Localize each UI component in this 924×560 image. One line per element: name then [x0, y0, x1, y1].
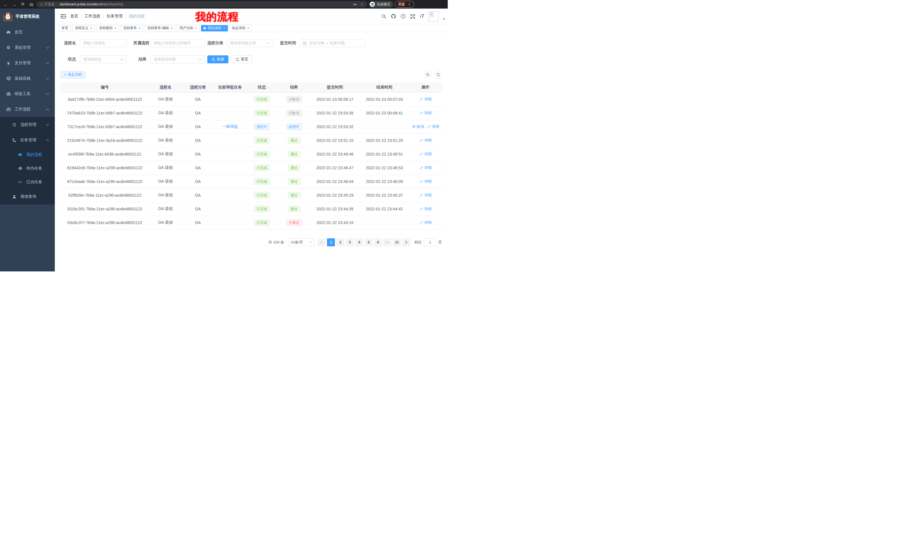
eye-icon [18, 166, 22, 171]
tab-process-model[interactable]: 流程模型× [96, 25, 119, 31]
sidebar-item-infrastructure[interactable]: 基础设施 [0, 71, 55, 86]
start-process-button[interactable]: +发起流程 [60, 71, 86, 78]
detail-link[interactable]: 详情 [420, 207, 432, 211]
page-button-5[interactable]: 5 [364, 238, 373, 246]
tab-process-form-edit[interactable]: 流程表单-编辑× [145, 25, 176, 31]
browser-back-button[interactable]: ← [2, 1, 9, 8]
bookmark-star-icon[interactable]: ☆ [360, 2, 364, 7]
chevron-down-icon [46, 124, 49, 126]
status-select[interactable]: 请选择状态 [80, 55, 126, 63]
security-indicator[interactable]: ⚠ 不安全 [40, 2, 55, 7]
sidebar-item-label: 任务管理 [20, 138, 36, 143]
status-cell: 已完成 [246, 175, 278, 189]
result-select[interactable]: 请选择流结果 [150, 55, 205, 63]
goto-page-input[interactable]: 1 [424, 238, 436, 246]
tab-start-process[interactable]: 发起流程× [229, 25, 252, 31]
fullscreen-icon[interactable] [410, 14, 415, 19]
table-body: 3ad174fb-7b9d-11ec-8404-acde48001122OA 请… [60, 93, 442, 229]
result-badge: 处理中 [286, 123, 302, 130]
tab-process-definition[interactable]: 流程定义× [72, 25, 95, 31]
close-icon[interactable]: × [138, 26, 141, 30]
result-label: 结果 [134, 57, 150, 62]
close-icon[interactable]: × [171, 26, 173, 30]
password-key-icon[interactable] [353, 2, 357, 7]
tab-user-group[interactable]: 用户分组× [177, 25, 200, 31]
sidebar-item-process-mgmt[interactable]: 流程管理 [0, 117, 55, 132]
status-cell: 已完成 [246, 147, 278, 161]
tab-process-form[interactable]: 流程表单× [120, 25, 143, 31]
actions-cell: 详情 [409, 202, 442, 216]
sidebar-item-system[interactable]: ⚙系统管理 [0, 40, 55, 55]
avatar[interactable] [429, 11, 439, 21]
detail-link[interactable]: 详情 [420, 193, 432, 198]
breadcrumb-item[interactable]: 工作流程 [84, 14, 100, 19]
browser-forward-button[interactable]: → [11, 1, 18, 8]
sidebar-item-home[interactable]: 首页 [0, 24, 55, 40]
browser-home-button[interactable] [28, 1, 35, 8]
tab-home[interactable]: 首页 [59, 25, 71, 31]
process-id: 67c2eaab-7b9a-11ec-a290-acde48001122 [60, 175, 149, 189]
sidebar-item-task-mgmt[interactable]: 任务管理 [0, 132, 55, 148]
page-button-11[interactable]: 11 [393, 238, 401, 246]
process-category-select[interactable]: 请选择流程分类 [227, 39, 273, 47]
detail-link[interactable]: 详情 [420, 179, 432, 184]
page-button-6[interactable]: 6 [374, 238, 382, 246]
status-cell: 已完成 [246, 202, 278, 216]
show-search-button[interactable] [424, 71, 432, 78]
help-icon[interactable]: ? [400, 14, 406, 19]
detail-link[interactable]: 详情 [427, 124, 440, 129]
sidebar-item-devtools[interactable]: 研发工具 [0, 86, 55, 102]
current-task-link[interactable]: 一级审批 [222, 124, 238, 129]
refresh-table-button[interactable] [434, 71, 442, 78]
browser-update-button[interactable]: 更新 ⋮ [395, 1, 414, 8]
breadcrumb-item[interactable]: 任务管理 [106, 14, 123, 19]
tab-my-process[interactable]: 我的流程× [201, 25, 228, 31]
detail-link[interactable]: 详情 [420, 220, 432, 225]
process-definition-label: 所属流程 [134, 40, 150, 46]
page-size-select[interactable]: 10条/页 [288, 238, 315, 246]
table-row: 67c2eaab-7b9a-11ec-a290-acde48001122OA 请… [60, 175, 442, 189]
sidebar-collapse-button[interactable] [55, 14, 70, 18]
breadcrumb-item[interactable]: 首页 [70, 14, 78, 19]
reset-button[interactable]: 重置 [231, 55, 252, 63]
sidebar-item-my-process[interactable]: 我的流程 [0, 148, 55, 162]
detail-link[interactable]: 详情 [420, 138, 432, 143]
sidebar-item-done-tasks[interactable]: 已办任务 [0, 175, 55, 189]
process-name: OA 请假 [149, 202, 182, 216]
detail-link[interactable]: 详情 [420, 111, 432, 115]
search-button[interactable]: 搜索 [207, 55, 228, 63]
sidebar-item-label: 待办任务 [26, 166, 42, 171]
more-pages-button[interactable]: ··· [384, 238, 392, 246]
close-icon[interactable]: × [195, 26, 197, 30]
cancel-link[interactable]: 取消 [412, 124, 424, 129]
process-definition-input[interactable]: 请输入流程定义的编号 [150, 39, 205, 47]
page-button-3[interactable]: 3 [346, 238, 354, 246]
close-icon[interactable]: × [90, 26, 93, 30]
browser-reload-button[interactable]: ⟳ [20, 1, 26, 8]
prev-page-button[interactable] [318, 238, 326, 246]
close-icon[interactable]: × [223, 26, 225, 30]
more-vert-icon[interactable]: ⋮ [408, 2, 411, 7]
next-page-button[interactable] [402, 238, 410, 246]
process-name-input[interactable]: 请输入流程名 [80, 39, 126, 47]
page-button-1[interactable]: 1 [327, 238, 335, 246]
status-badge: 已完成 [254, 205, 270, 213]
address-bar[interactable]: ⚠ 不安全 dashboard.yudao.iocoder.cn/bpm/tas… [36, 1, 367, 7]
page-button-2[interactable]: 2 [336, 238, 344, 246]
page-button-4[interactable]: 4 [355, 238, 363, 246]
font-size-icon[interactable]: TT [420, 14, 424, 18]
close-icon[interactable]: × [247, 26, 249, 30]
header-search-icon[interactable] [381, 14, 386, 19]
detail-link[interactable]: 详情 [420, 97, 432, 102]
avatar-caret-icon[interactable]: ▾ [443, 17, 445, 21]
github-icon[interactable] [391, 14, 396, 19]
sidebar-item-todo-tasks[interactable]: 待办任务 [0, 162, 55, 175]
detail-link[interactable]: 详情 [420, 151, 432, 157]
detail-link[interactable]: 详情 [420, 165, 432, 171]
submit-time-range-picker[interactable]: 开始日期 - 结束日期 [300, 39, 365, 47]
sidebar-item-workflow[interactable]: 工作流程 [0, 102, 55, 117]
close-icon[interactable]: × [114, 26, 117, 30]
sidebar-item-leave-query[interactable]: 请假查询 [0, 189, 55, 204]
sidebar-item-payment[interactable]: ¥支付管理 [0, 55, 55, 71]
edit-icon [420, 193, 423, 197]
